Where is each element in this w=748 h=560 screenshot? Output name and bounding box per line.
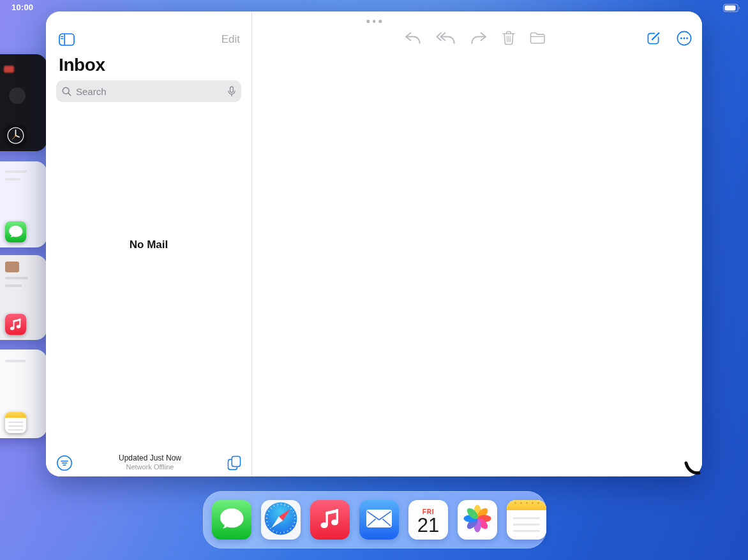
edit-button[interactable]: Edit <box>221 33 240 46</box>
dock-icon-calendar[interactable]: FRI 21 <box>408 500 448 540</box>
thumbnail-content <box>5 178 20 181</box>
reply-all-icon[interactable] <box>436 31 456 45</box>
search-field[interactable] <box>56 80 241 102</box>
ipad-screen: 10:00 <box>0 0 748 560</box>
calendar-day: 21 <box>417 515 439 535</box>
battery-icon <box>723 3 740 15</box>
mail-sidebar: Edit Inbox No Mail Updated Just Now <box>46 11 252 476</box>
dock-icon-music[interactable] <box>310 500 350 540</box>
dock-icon-mail[interactable] <box>359 500 399 540</box>
dock-icon-photos[interactable] <box>458 500 497 540</box>
mail-icon <box>366 509 393 531</box>
dock-icon-safari[interactable] <box>261 500 301 540</box>
search-input[interactable] <box>75 85 225 98</box>
status-time: 10:00 <box>11 3 33 12</box>
music-icon <box>317 506 343 534</box>
microphone-icon[interactable] <box>228 86 236 97</box>
dock: FRI 21 <box>203 491 546 549</box>
stage-card-clock[interactable] <box>0 54 47 151</box>
mailbox-status: Updated Just Now Network Offline <box>119 453 181 472</box>
photos-icon <box>462 503 493 536</box>
thumbnail-content <box>5 170 27 173</box>
mail-app-window: Edit Inbox No Mail Updated Just Now <box>46 11 702 476</box>
empty-mailbox-message: No Mail <box>46 239 251 251</box>
notes-line <box>8 422 23 423</box>
notes-line <box>8 429 23 431</box>
notes-line <box>513 524 540 526</box>
trash-icon[interactable] <box>502 31 515 45</box>
compose-icon[interactable] <box>646 31 661 46</box>
resize-corner-mark[interactable] <box>684 461 701 478</box>
thumbnail-content <box>4 66 14 73</box>
sidebar-footer: Updated Just Now Network Offline <box>46 453 251 472</box>
notes-line <box>513 530 540 532</box>
mailbox-title: Inbox <box>59 55 251 75</box>
forward-icon[interactable] <box>470 31 488 45</box>
message-toolbar-right <box>646 31 692 46</box>
notes-dot-row <box>507 502 546 504</box>
messages-icon <box>5 221 26 242</box>
message-toolbar-left <box>404 31 545 45</box>
window-handle-dots[interactable] <box>364 17 384 26</box>
reply-icon[interactable] <box>404 31 421 45</box>
stage-card-messages[interactable] <box>0 161 47 247</box>
clock-icon <box>5 125 26 146</box>
message-pane <box>252 11 702 476</box>
dock-icon-notes[interactable] <box>507 500 546 540</box>
notes-line <box>8 425 23 427</box>
thumbnail-content <box>5 277 28 279</box>
notes-icon <box>5 412 26 433</box>
network-status: Network Offline <box>119 463 181 472</box>
stage-card-music[interactable] <box>0 255 47 340</box>
thumbnail-content <box>9 87 26 104</box>
copy-icon[interactable] <box>227 455 241 471</box>
stage-card-notes[interactable] <box>0 350 47 438</box>
thumbnail-content <box>5 360 26 362</box>
more-icon[interactable] <box>677 31 692 46</box>
updated-status: Updated Just Now <box>119 453 181 463</box>
notes-line <box>513 517 540 519</box>
search-icon <box>62 87 71 96</box>
thumbnail-content <box>5 284 22 287</box>
thumbnail-content <box>5 262 19 272</box>
notes-yellow-strip <box>5 412 26 418</box>
music-icon <box>5 314 26 335</box>
sidebar-header: Edit <box>46 11 251 46</box>
dock-icon-messages[interactable] <box>212 500 251 540</box>
filter-icon[interactable] <box>56 455 73 471</box>
sidebar-toggle-icon[interactable] <box>59 33 75 46</box>
messages-icon <box>219 507 244 533</box>
safari-icon <box>263 501 299 539</box>
folder-icon[interactable] <box>530 32 545 44</box>
